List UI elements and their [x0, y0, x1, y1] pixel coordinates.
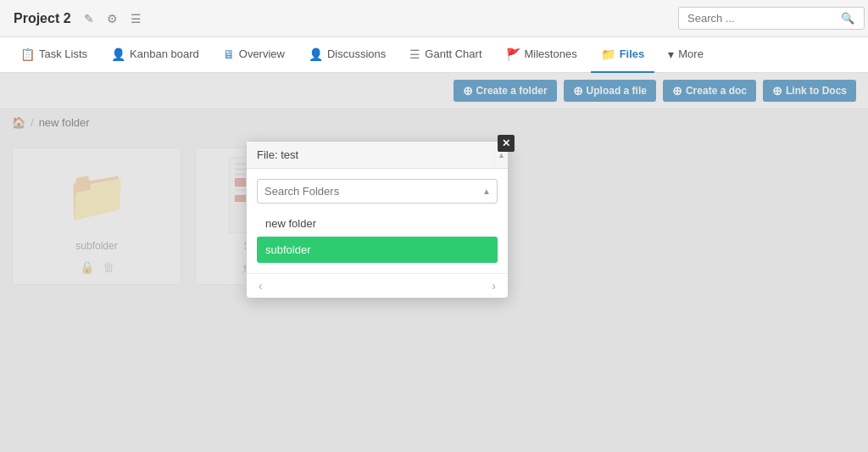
modal-nav-right[interactable]: › — [487, 277, 501, 294]
tab-gantt-label: Gantt Chart — [425, 47, 481, 60]
search-icon: 🔍 — [841, 12, 854, 25]
move-file-modal: File: test ✕ ▲ ▲ new folder subfolder ‹ … — [246, 141, 509, 299]
tab-overview[interactable]: 🖥 Overview — [213, 37, 295, 73]
tab-milestones[interactable]: 🚩 Milestones — [496, 37, 587, 73]
search-folder-input[interactable] — [257, 179, 498, 204]
tab-gantt[interactable]: ☰ Gantt Chart — [399, 37, 492, 73]
folder-list: new folder subfolder — [257, 210, 498, 263]
modal-nav: ‹ › — [247, 273, 508, 298]
search-folder-wrap: ▲ — [257, 179, 498, 204]
tab-kanban[interactable]: 👤 Kanban board — [101, 37, 209, 73]
discussions-icon: 👤 — [309, 47, 323, 61]
folder-item-new-folder[interactable]: new folder — [257, 210, 498, 237]
modal-title: File: test — [257, 148, 298, 161]
tab-more-label: More — [678, 47, 704, 60]
content-area: ⊕ Create a folder ⊕ Upload a file ⊕ Crea… — [0, 73, 868, 452]
edit-icon[interactable]: ✎ — [80, 9, 98, 28]
tab-files-label: Files — [620, 47, 645, 60]
search-folder-arrow-icon: ▲ — [482, 187, 491, 196]
project-title: Project 2 — [14, 11, 71, 26]
tab-overview-label: Overview — [239, 47, 285, 60]
files-icon: 📁 — [601, 47, 615, 61]
folder-item-subfolder[interactable]: subfolder — [257, 237, 498, 263]
tab-discussions-label: Discussions — [327, 47, 386, 60]
gantt-icon: ☰ — [409, 47, 420, 61]
modal-header: File: test ✕ ▲ — [247, 142, 508, 169]
tab-kanban-label: Kanban board — [130, 47, 199, 60]
settings-icon[interactable]: ⚙ — [103, 9, 122, 28]
tab-more[interactable]: ▾ More — [658, 37, 714, 73]
milestones-icon: 🚩 — [506, 47, 520, 61]
tab-task-lists-label: Task Lists — [39, 47, 87, 60]
task-lists-icon: 📋 — [20, 47, 35, 61]
tab-milestones-label: Milestones — [525, 47, 577, 60]
modal-scroll-up-arrow[interactable]: ▲ — [498, 151, 505, 159]
kanban-icon: 👤 — [111, 47, 125, 61]
tab-discussions[interactable]: 👤 Discussions — [298, 37, 396, 73]
modal-body: ▲ new folder subfolder — [247, 169, 508, 273]
tab-task-lists[interactable]: 📋 Task Lists — [10, 37, 97, 73]
modal-nav-left[interactable]: ‹ — [253, 277, 268, 294]
search-container: 🔍 — [678, 7, 854, 30]
top-bar-icons: ✎ ⚙ ☰ — [80, 9, 146, 28]
tab-files[interactable]: 📁 Files — [591, 37, 655, 73]
menu-icon[interactable]: ☰ — [127, 9, 146, 28]
overview-icon: 🖥 — [223, 47, 235, 61]
search-input[interactable] — [678, 7, 865, 30]
nav-tabs: 📋 Task Lists 👤 Kanban board 🖥 Overview 👤… — [0, 37, 868, 73]
top-bar: Project 2 ✎ ⚙ ☰ 🔍 — [0, 0, 868, 37]
more-chevron-icon: ▾ — [668, 47, 674, 61]
